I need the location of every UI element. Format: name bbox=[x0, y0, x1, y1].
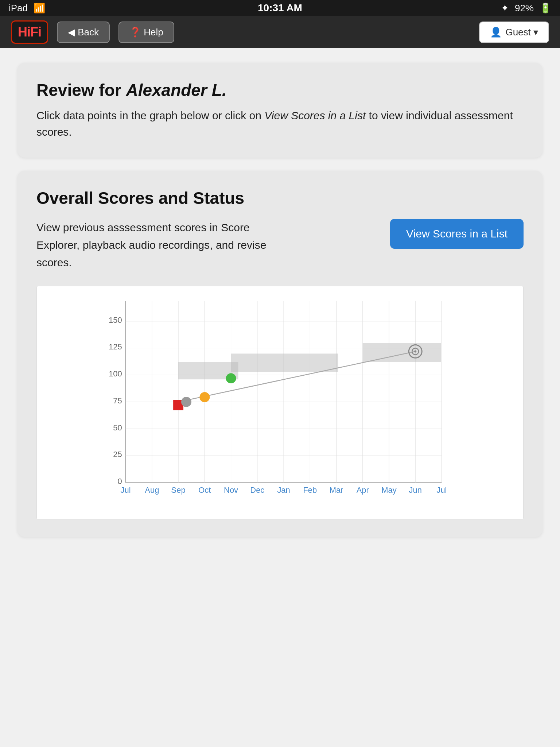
review-desc-link: View Scores in a List bbox=[264, 109, 366, 121]
scores-description: View previous asssessment scores in Scor… bbox=[36, 219, 292, 271]
band-3 bbox=[363, 343, 441, 362]
y-label-50: 50 bbox=[113, 423, 122, 432]
band-2 bbox=[231, 353, 338, 372]
chart-container: 0 25 50 75 100 125 150 Jul Aug Sep Oct N… bbox=[36, 286, 524, 519]
status-bar-left: iPad 📶 bbox=[9, 3, 45, 14]
wifi-icon: 📶 bbox=[34, 3, 45, 14]
target-center-dot bbox=[414, 350, 416, 352]
scores-chart: 0 25 50 75 100 125 150 Jul Aug Sep Oct N… bbox=[62, 294, 516, 497]
orange-circle-point[interactable] bbox=[199, 392, 210, 402]
status-bar-right: ✦ 92% 🔋 bbox=[501, 3, 551, 14]
ipad-label: iPad bbox=[9, 3, 28, 14]
nav-bar: HiFi ◀ Back ❓ Help 👤 Guest ▾ bbox=[0, 16, 560, 48]
x-label-feb: Feb bbox=[303, 485, 317, 495]
green-circle-point[interactable] bbox=[226, 373, 236, 383]
review-description: Click data points in the graph below or … bbox=[36, 107, 524, 140]
y-label-150: 150 bbox=[109, 316, 122, 325]
student-name: Alexander L. bbox=[126, 81, 226, 100]
review-desc-before: Click data points in the graph below or … bbox=[36, 109, 264, 121]
guest-button[interactable]: 👤 Guest ▾ bbox=[479, 22, 549, 43]
review-card: Review for Alexander L. Click data point… bbox=[18, 63, 542, 158]
x-label-oct: Oct bbox=[198, 485, 211, 495]
user-icon: 👤 bbox=[490, 27, 502, 38]
hifi-hi: Hi bbox=[18, 24, 30, 39]
content-area: Review for Alexander L. Click data point… bbox=[0, 48, 560, 551]
status-bar-time: 10:31 AM bbox=[258, 2, 302, 14]
x-label-jul2: Jul bbox=[436, 485, 447, 495]
help-button[interactable]: ❓ Help bbox=[118, 22, 174, 43]
status-bar: iPad 📶 10:31 AM ✦ 92% 🔋 bbox=[0, 0, 560, 16]
y-label-0: 0 bbox=[117, 477, 122, 486]
x-label-jun: Jun bbox=[409, 485, 422, 495]
x-label-jul1: Jul bbox=[121, 485, 131, 495]
back-button[interactable]: ◀ Back bbox=[57, 22, 110, 43]
x-label-dec: Dec bbox=[250, 485, 264, 495]
hifi-logo: HiFi bbox=[11, 20, 48, 44]
x-label-mar: Mar bbox=[330, 485, 343, 495]
hifi-fi: Fi bbox=[30, 24, 41, 39]
scores-header: View previous asssessment scores in Scor… bbox=[36, 219, 524, 271]
battery-icon: 🔋 bbox=[540, 3, 551, 14]
y-label-75: 75 bbox=[113, 396, 122, 405]
battery-label: 92% bbox=[515, 3, 534, 14]
review-title: Review for Alexander L. bbox=[36, 80, 524, 100]
x-label-sep: Sep bbox=[171, 485, 186, 495]
x-label-nov: Nov bbox=[224, 485, 238, 495]
x-label-jan: Jan bbox=[277, 485, 290, 495]
guest-label: Guest ▾ bbox=[505, 27, 538, 38]
x-label-aug: Aug bbox=[145, 485, 159, 495]
y-label-100: 100 bbox=[109, 369, 122, 378]
review-title-prefix: Review for bbox=[36, 81, 126, 100]
view-scores-button[interactable]: View Scores in a List bbox=[390, 219, 524, 249]
gray-circle-point[interactable] bbox=[181, 397, 191, 407]
overall-scores-title: Overall Scores and Status bbox=[36, 188, 524, 208]
bluetooth-icon: ✦ bbox=[501, 3, 509, 14]
scores-card: Overall Scores and Status View previous … bbox=[18, 171, 542, 537]
y-label-25: 25 bbox=[113, 450, 122, 459]
y-label-125: 125 bbox=[109, 342, 122, 351]
x-label-apr: Apr bbox=[357, 485, 369, 495]
x-label-may: May bbox=[381, 485, 396, 495]
